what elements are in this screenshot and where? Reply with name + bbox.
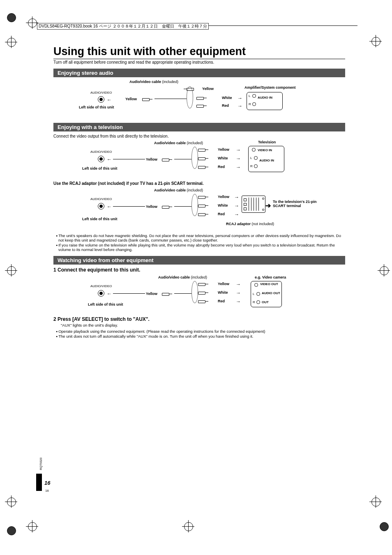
av-jack-icon [98, 290, 104, 297]
list-item: The unit does not turn off automatically… [56, 334, 345, 339]
plug-label-yellow-l: Yellow [146, 157, 157, 161]
plug-label-white: White [218, 290, 228, 295]
doc-id: RQT9320 [39, 458, 42, 470]
arrow-right-icon [236, 156, 241, 161]
list-item: If you raise the volume on the televisio… [56, 243, 345, 252]
list-item: Operate playback using the connected equ… [56, 329, 345, 334]
arrow-right-icon [234, 203, 239, 209]
arrow-right-icon [238, 103, 242, 109]
dest-title: e.g. Video camera [255, 275, 286, 279]
plug-label-yellow-l: Yellow [125, 97, 137, 101]
title-rule [53, 59, 345, 59]
plug-icon [162, 292, 173, 296]
page-title: Using this unit with other equipment [53, 45, 345, 58]
page-content: Using this unit with other equipment Tur… [53, 45, 345, 340]
wire-icon [174, 206, 191, 207]
header-book-ref: DVDLS84EG-RQT9320.book 16 ページ ２００８年１２月１２… [37, 23, 209, 30]
dest-title: Television [258, 140, 276, 144]
step-2: 2 Press [AV SELECT] to switch to "AUX". [53, 316, 345, 322]
cable-label: Audio/video cable (included) [154, 141, 203, 145]
cable-label: Audio/video cable (included) [154, 188, 203, 192]
subtitle: Turn off all equipment before connecting… [53, 60, 345, 64]
wire-icon [113, 159, 145, 159]
audio-in-label: AUDIO IN [259, 159, 274, 162]
plug-label-white: White [218, 203, 228, 207]
unit-port-label: AUDIO/VIDEO [90, 197, 112, 201]
cable-label: Audio/video cable (included) [158, 275, 207, 279]
section-heading-stereo: Enjoying stereo audio [53, 69, 345, 77]
wire-icon [174, 159, 191, 159]
audio-out-label: AUDIO OUT [262, 291, 280, 295]
jack-l-label: L [253, 292, 254, 296]
thick-arrow-icon: ➔ [265, 202, 271, 210]
tv-notes-list: The unit's speakers do not have magnetic… [53, 233, 345, 252]
unit-side-label: Left side of this unit [82, 166, 118, 170]
jack-r-label: R [249, 102, 251, 106]
arrow-right-icon [236, 281, 241, 287]
plug-label-yellow-r: Yellow [202, 87, 214, 91]
cable-label: Audio/video cable (included) [129, 80, 178, 84]
plug-icon [196, 96, 207, 100]
dest-title: Amplifier/System component [244, 85, 296, 90]
unit-side-label: Left side of this unit [88, 302, 123, 306]
wire-icon [113, 206, 145, 207]
cable-split-icon [191, 194, 198, 216]
plug-icon [198, 299, 209, 304]
plug-label-red: Red [218, 212, 225, 216]
plug-label-yellow-l: Yellow [146, 205, 157, 209]
section-heading-tv: Enjoying with a television [53, 123, 345, 131]
arrow-right-icon [236, 290, 241, 296]
arrow-left-icon [107, 157, 112, 162]
cable-split-icon [191, 281, 198, 303]
plug-label-yellow-r: Yellow [218, 195, 229, 199]
camera-box: VIDEO OUT L AUDIO OUT R OUT [251, 281, 282, 307]
arrow-left-icon [107, 97, 112, 103]
plug-icon [198, 290, 209, 295]
plug-icon [198, 203, 209, 208]
plug-icon [183, 87, 194, 91]
plug-icon [162, 205, 173, 209]
av-jack-icon [98, 96, 104, 104]
plug-label-white: White [218, 156, 228, 160]
unit-side-label: Left side of this unit [82, 217, 118, 221]
plug-icon [142, 97, 153, 101]
unit-port-label: AUDIO/VIDEO [90, 91, 112, 94]
plug-icon [162, 157, 173, 162]
wire-icon [113, 293, 145, 294]
arrow-left-icon [107, 204, 112, 210]
rcaj-label: RCAJ adaptor (not included) [226, 222, 274, 226]
out-label: OUT [262, 300, 269, 304]
section-heading-aux: Watching video from other equipment [53, 256, 345, 265]
scart-adaptor-icon [242, 196, 265, 213]
plug-icon [198, 156, 209, 161]
plug-label-yellow-r: Yellow [218, 282, 229, 286]
list-item: The unit's speakers do not have magnetic… [56, 233, 345, 242]
scart-note: Use the RCAJ adaptor (not included) if y… [53, 181, 345, 186]
video-in-label: VIDEO IN [258, 148, 272, 152]
plug-label-red: Red [218, 299, 225, 303]
wire-icon [174, 293, 191, 294]
page-number-small: 16 [45, 489, 49, 493]
page-number-italic: 16 [44, 480, 50, 486]
cable-split-icon [191, 147, 198, 169]
step-1: 1 Connect the equipment to this unit. [53, 267, 345, 273]
arrow-right-icon [236, 164, 241, 170]
step-2-sub: "AUX" lights on the unit's display. [61, 323, 345, 327]
arrow-right-icon [236, 299, 241, 304]
plug-icon [198, 212, 209, 216]
arrow-right-icon [234, 212, 239, 217]
tv-intro: Connect the video output from this unit … [53, 134, 345, 138]
unit-port-label: AUDIO/VIDEO [90, 284, 112, 288]
unit-port-label: AUDIO/VIDEO [90, 150, 112, 154]
video-out-label: VIDEO OUT [260, 282, 278, 286]
plug-icon [198, 282, 209, 286]
aux-notes-list: Operate playback using the connected equ… [53, 329, 345, 339]
plug-label-yellow-l: Yellow [146, 292, 157, 296]
unit-side-label: Left side of this unit [79, 105, 114, 109]
av-jack-icon [98, 156, 104, 163]
arrow-right-icon [238, 95, 242, 101]
audio-in-label: AUDIO IN [258, 96, 272, 99]
arrow-right-icon [234, 194, 239, 200]
plug-icon [198, 147, 209, 152]
plug-label-white: White [222, 96, 232, 100]
